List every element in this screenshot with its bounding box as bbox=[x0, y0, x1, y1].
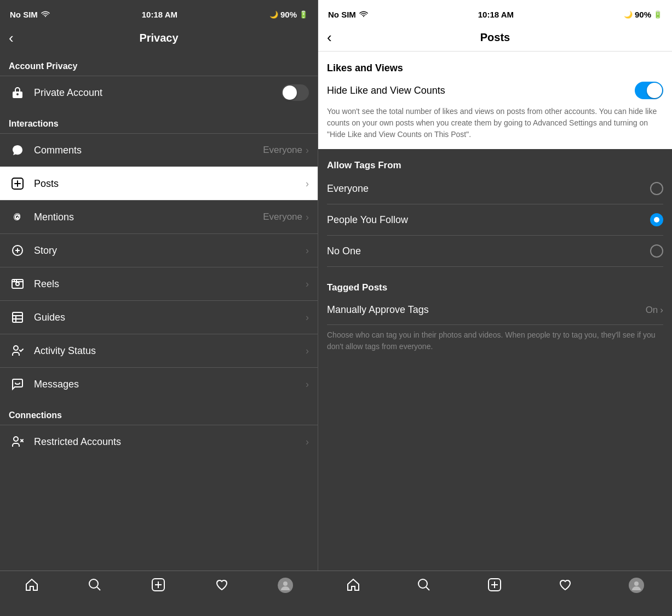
hide-like-view-label: Hide Like and View Counts bbox=[327, 85, 445, 96]
manually-approve-arrow: › bbox=[660, 305, 663, 316]
left-carrier: No SIM bbox=[10, 10, 38, 19]
reels-item[interactable]: Reels › bbox=[0, 267, 318, 300]
posts-arrow: › bbox=[306, 178, 309, 190]
account-privacy-header: Account Privacy bbox=[0, 52, 318, 76]
tagged-posts-header: Tagged Posts bbox=[327, 282, 663, 293]
posts-item[interactable]: Posts › bbox=[0, 167, 318, 200]
tag-no-one-radio[interactable] bbox=[650, 244, 663, 258]
right-time: 10:18 AM bbox=[478, 10, 514, 19]
messenger-icon bbox=[9, 375, 26, 393]
left-wifi-icon bbox=[41, 10, 50, 19]
posts-label: Posts bbox=[34, 178, 306, 190]
left-time: 10:18 AM bbox=[142, 10, 177, 19]
svg-point-19 bbox=[14, 437, 18, 441]
left-back-button[interactable]: ‹ bbox=[9, 30, 14, 47]
right-panel: No SIM 10:18 AM 🌙 90% 🔋 ‹ Posts Likes an… bbox=[318, 0, 672, 616]
left-battery-text: 90% bbox=[280, 10, 297, 19]
right-nav-bar: ‹ Posts bbox=[318, 24, 672, 52]
private-account-item[interactable]: Private Account bbox=[0, 76, 318, 109]
tag-option-people-you-follow[interactable]: People You Follow bbox=[327, 204, 663, 236]
svg-point-22 bbox=[89, 579, 98, 588]
right-moon-icon: 🌙 bbox=[624, 10, 633, 19]
reels-label: Reels bbox=[34, 278, 306, 290]
bubble-icon bbox=[9, 141, 26, 159]
left-panel: No SIM 10:18 AM 🌙 90% 🔋 ‹ Privacy Accoun… bbox=[0, 0, 318, 616]
tag-option-everyone[interactable]: Everyone bbox=[327, 173, 663, 204]
right-tab-home[interactable] bbox=[346, 578, 360, 592]
tag-everyone-label: Everyone bbox=[327, 183, 369, 195]
svg-point-34 bbox=[634, 581, 639, 586]
svg-point-10 bbox=[16, 282, 19, 286]
activity-status-item[interactable]: Activity Status › bbox=[0, 334, 318, 367]
mentions-arrow: › bbox=[306, 212, 309, 223]
messages-label: Messages bbox=[34, 379, 306, 390]
story-arrow: › bbox=[306, 245, 309, 256]
allow-tags-header: Allow Tags From bbox=[327, 160, 663, 171]
posts-icon bbox=[9, 175, 26, 192]
left-tab-search[interactable] bbox=[88, 578, 102, 592]
mentions-item[interactable]: @ Mentions Everyone › bbox=[0, 200, 318, 233]
manually-approve-tags-item[interactable]: Manually Approve Tags On › bbox=[327, 295, 663, 325]
hide-like-view-row: Hide Like and View Counts bbox=[327, 82, 663, 99]
left-avatar bbox=[278, 578, 293, 593]
restricted-accounts-label: Restricted Accounts bbox=[34, 436, 306, 448]
messages-item[interactable]: Messages › bbox=[0, 367, 318, 401]
restricted-accounts-item[interactable]: Restricted Accounts › bbox=[0, 425, 318, 458]
mentions-value: Everyone bbox=[263, 212, 302, 223]
tag-people-follow-label: People You Follow bbox=[327, 214, 408, 226]
manually-approve-value: On › bbox=[646, 305, 663, 316]
story-icon bbox=[9, 242, 26, 259]
reels-icon bbox=[9, 275, 26, 293]
story-item[interactable]: Story › bbox=[0, 233, 318, 267]
tag-no-one-label: No One bbox=[327, 246, 361, 257]
right-tab-add[interactable] bbox=[487, 578, 502, 592]
left-status-left: No SIM bbox=[10, 10, 50, 19]
left-tab-heart[interactable] bbox=[215, 578, 229, 592]
activity-status-label: Activity Status bbox=[34, 345, 306, 357]
guides-label: Guides bbox=[34, 312, 306, 323]
left-status-right: 🌙 90% 🔋 bbox=[269, 10, 308, 19]
right-tab-search[interactable] bbox=[417, 578, 431, 592]
messages-arrow: › bbox=[306, 379, 309, 390]
lock-icon bbox=[9, 84, 26, 101]
likes-views-description: You won't see the total number of likes … bbox=[327, 106, 663, 140]
right-back-button[interactable]: ‹ bbox=[327, 29, 332, 46]
hide-like-view-toggle[interactable] bbox=[635, 82, 663, 99]
interactions-header: Interactions bbox=[0, 109, 318, 133]
at-icon: @ bbox=[9, 208, 26, 226]
svg-point-0 bbox=[45, 16, 46, 17]
restricted-icon bbox=[9, 433, 26, 450]
private-account-toggle[interactable] bbox=[282, 84, 309, 101]
tagged-posts-description: Choose who can tag you in their photos a… bbox=[327, 329, 663, 352]
right-wifi-icon bbox=[359, 10, 368, 19]
allow-tags-section: Allow Tags From Everyone People You Foll… bbox=[318, 149, 672, 271]
left-status-bar: No SIM 10:18 AM 🌙 90% 🔋 bbox=[0, 0, 318, 24]
left-page-title: Privacy bbox=[139, 32, 178, 44]
left-moon-icon: 🌙 bbox=[269, 10, 278, 19]
left-tab-home[interactable] bbox=[25, 578, 39, 592]
manually-approve-label: Manually Approve Tags bbox=[327, 304, 429, 316]
comments-label: Comments bbox=[34, 145, 263, 156]
svg-line-30 bbox=[426, 587, 429, 590]
comments-item[interactable]: Comments Everyone › bbox=[0, 133, 318, 167]
restricted-accounts-arrow: › bbox=[306, 436, 309, 448]
left-tab-profile[interactable] bbox=[278, 578, 293, 593]
right-battery-text: 90% bbox=[635, 10, 651, 19]
right-status-left: No SIM bbox=[328, 10, 368, 19]
comments-arrow: › bbox=[306, 145, 309, 156]
right-status-bar: No SIM 10:18 AM 🌙 90% 🔋 bbox=[318, 0, 672, 24]
comments-value: Everyone bbox=[263, 145, 302, 156]
svg-point-28 bbox=[363, 16, 364, 17]
right-battery-icon: 🔋 bbox=[653, 10, 662, 19]
right-tab-heart[interactable] bbox=[558, 578, 572, 592]
guides-item[interactable]: Guides › bbox=[0, 300, 318, 334]
left-tab-add[interactable] bbox=[151, 578, 165, 592]
right-status-right: 🌙 90% 🔋 bbox=[624, 10, 662, 19]
tag-option-no-one[interactable]: No One bbox=[327, 236, 663, 267]
svg-line-23 bbox=[97, 587, 100, 590]
reels-arrow: › bbox=[306, 278, 309, 290]
right-tab-profile[interactable] bbox=[629, 578, 644, 593]
left-nav-bar: ‹ Privacy bbox=[0, 24, 318, 52]
tag-people-follow-radio[interactable] bbox=[650, 213, 663, 226]
tag-everyone-radio[interactable] bbox=[650, 182, 663, 195]
